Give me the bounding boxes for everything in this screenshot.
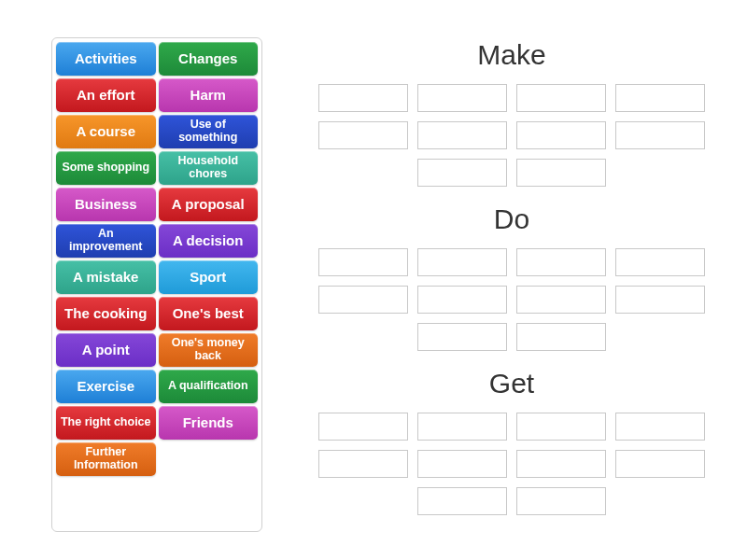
word-tile[interactable]: A decision [159,224,259,258]
drop-slot[interactable] [417,323,507,351]
drop-slot[interactable] [417,159,507,187]
word-tile[interactable]: The right choice [56,406,156,440]
word-tile[interactable]: The cooking [56,297,156,330]
word-tile[interactable]: A qualification [159,370,259,403]
group-title: Do [304,203,719,235]
group-title: Make [304,39,719,71]
word-tile[interactable]: A point [56,333,156,367]
drop-slot[interactable] [318,413,408,441]
word-tile[interactable]: One's best [159,297,259,330]
drop-slot[interactable] [417,487,507,515]
drop-slot[interactable] [417,450,507,478]
drop-slot[interactable] [318,84,408,112]
drop-slot[interactable] [516,248,606,276]
drop-slot[interactable] [318,286,408,314]
drop-slot[interactable] [417,286,507,314]
word-tile[interactable]: Friends [159,406,259,440]
drop-slot[interactable] [516,286,606,314]
word-tile[interactable]: Use of something [159,115,259,148]
drop-slot[interactable] [318,248,408,276]
drop-slot[interactable] [516,487,606,515]
word-tile[interactable]: An improvement [56,224,156,258]
drop-slot[interactable] [318,121,408,149]
tiles-panel: ActivitiesChangesAn effortHarmA courseUs… [51,37,262,532]
word-tile[interactable]: A proposal [159,188,259,221]
word-tile[interactable]: Activities [56,42,156,76]
drop-slot[interactable] [417,413,507,441]
slot-row [304,84,719,187]
group-title: Get [304,368,719,399]
slot-row [304,248,719,351]
drop-groups: MakeDoGet [262,37,719,532]
drop-slot[interactable] [417,248,507,276]
drop-slot[interactable] [615,248,705,276]
word-tile[interactable]: Exercise [56,370,156,403]
drop-slot[interactable] [615,413,705,441]
drop-slot[interactable] [318,450,408,478]
drop-slot[interactable] [417,121,507,149]
drop-slot[interactable] [615,450,705,478]
word-tile[interactable]: A course [56,115,156,148]
drop-slot[interactable] [615,84,705,112]
drop-slot[interactable] [516,121,606,149]
slot-row [304,413,719,515]
drop-slot[interactable] [516,84,606,112]
drop-slot[interactable] [417,84,507,112]
word-tile[interactable]: One's money back [159,333,259,367]
drop-slot[interactable] [516,413,606,441]
drop-slot[interactable] [516,450,606,478]
drop-slot[interactable] [516,159,606,187]
word-tile[interactable]: Changes [159,42,259,76]
drop-slot[interactable] [615,121,705,149]
word-tile[interactable]: Household chores [159,151,259,185]
word-tile[interactable]: Some shopping [56,151,156,185]
word-tile[interactable]: Harm [159,78,259,112]
drop-slot[interactable] [615,286,705,314]
word-tile[interactable]: Further Information [56,442,156,476]
word-tile[interactable]: A mistake [56,260,156,294]
word-tile[interactable]: Sport [159,260,259,294]
word-tile[interactable]: An effort [56,78,156,112]
word-tile[interactable]: Business [56,188,156,221]
drop-slot[interactable] [516,323,606,351]
